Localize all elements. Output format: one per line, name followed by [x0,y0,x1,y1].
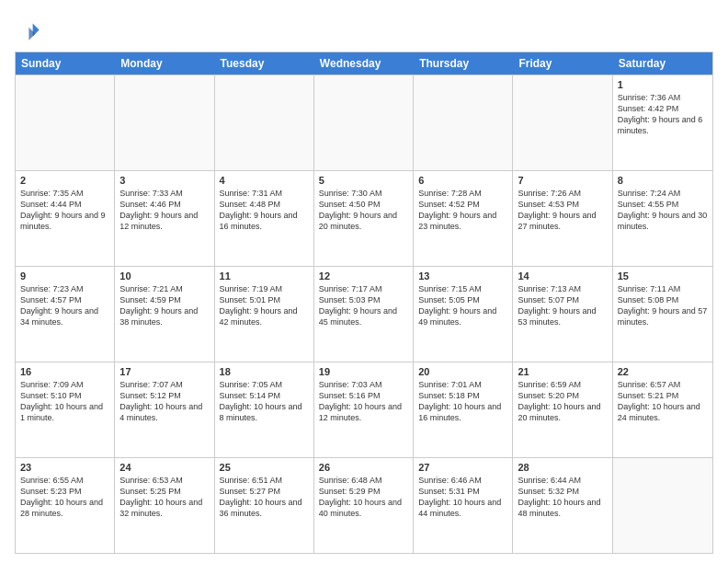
week-row-2: 2Sunrise: 7:35 AM Sunset: 4:44 PM Daylig… [16,170,712,266]
day-number: 21 [518,366,607,377]
day-info: Sunrise: 7:31 AM Sunset: 4:48 PM Dayligh… [220,188,309,233]
day-info: Sunrise: 7:09 AM Sunset: 5:10 PM Dayligh… [20,379,109,424]
header [15,15,713,44]
day-info: Sunrise: 7:26 AM Sunset: 4:53 PM Dayligh… [518,188,607,233]
day-header-thursday: Thursday [414,52,513,75]
day-header-monday: Monday [115,52,214,75]
day-info: Sunrise: 7:03 AM Sunset: 5:16 PM Dayligh… [319,379,408,424]
day-number: 20 [418,366,507,377]
empty-cell [16,75,115,170]
day-info: Sunrise: 7:21 AM Sunset: 4:59 PM Dayligh… [119,283,209,328]
day-number: 13 [418,270,507,282]
day-cell-5: 5Sunrise: 7:30 AM Sunset: 4:50 PM Daylig… [314,171,414,266]
day-number: 23 [20,462,109,473]
day-info: Sunrise: 7:05 AM Sunset: 5:14 PM Dayligh… [220,379,309,424]
day-cell-13: 13Sunrise: 7:15 AM Sunset: 5:05 PM Dayli… [414,267,513,362]
day-cell-17: 17Sunrise: 7:07 AM Sunset: 5:12 PM Dayli… [115,362,214,457]
day-info: Sunrise: 7:15 AM Sunset: 5:05 PM Dayligh… [418,283,507,328]
page: SundayMondayTuesdayWednesdayThursdayFrid… [0,0,728,563]
day-info: Sunrise: 7:11 AM Sunset: 5:08 PM Dayligh… [618,283,708,328]
day-cell-20: 20Sunrise: 7:01 AM Sunset: 5:18 PM Dayli… [414,362,513,457]
day-cell-18: 18Sunrise: 7:05 AM Sunset: 5:14 PM Dayli… [215,362,314,457]
day-cell-16: 16Sunrise: 7:09 AM Sunset: 5:10 PM Dayli… [16,362,115,457]
day-cell-28: 28Sunrise: 6:44 AM Sunset: 5:32 PM Dayli… [513,458,612,553]
empty-cell [215,75,314,170]
day-info: Sunrise: 6:46 AM Sunset: 5:31 PM Dayligh… [418,475,507,520]
empty-cell [115,75,214,170]
day-number: 1 [618,79,708,90]
empty-cell [613,458,712,553]
day-info: Sunrise: 7:33 AM Sunset: 4:46 PM Dayligh… [119,188,209,233]
day-info: Sunrise: 7:24 AM Sunset: 4:55 PM Dayligh… [618,188,708,233]
day-number: 25 [220,462,309,473]
day-info: Sunrise: 7:07 AM Sunset: 5:12 PM Dayligh… [119,379,209,424]
day-cell-24: 24Sunrise: 6:53 AM Sunset: 5:25 PM Dayli… [115,458,214,553]
day-info: Sunrise: 6:51 AM Sunset: 5:27 PM Dayligh… [220,475,309,520]
logo [15,18,44,44]
day-cell-14: 14Sunrise: 7:13 AM Sunset: 5:07 PM Dayli… [513,267,612,362]
day-number: 15 [618,270,708,282]
day-cell-9: 9Sunrise: 7:23 AM Sunset: 4:57 PM Daylig… [16,267,115,362]
day-info: Sunrise: 7:01 AM Sunset: 5:18 PM Dayligh… [418,379,507,424]
day-number: 3 [119,175,209,186]
day-number: 14 [518,270,607,282]
day-info: Sunrise: 7:28 AM Sunset: 4:52 PM Dayligh… [418,188,507,233]
day-number: 18 [220,366,309,377]
day-cell-15: 15Sunrise: 7:11 AM Sunset: 5:08 PM Dayli… [613,267,712,362]
day-info: Sunrise: 6:55 AM Sunset: 5:23 PM Dayligh… [20,475,109,520]
day-cell-22: 22Sunrise: 6:57 AM Sunset: 5:21 PM Dayli… [613,362,712,457]
day-number: 5 [319,175,408,186]
day-cell-25: 25Sunrise: 6:51 AM Sunset: 5:27 PM Dayli… [215,458,314,553]
day-info: Sunrise: 7:13 AM Sunset: 5:07 PM Dayligh… [518,283,607,328]
day-number: 16 [20,366,109,377]
day-cell-10: 10Sunrise: 7:21 AM Sunset: 4:59 PM Dayli… [115,267,214,362]
empty-cell [513,75,612,170]
day-header-friday: Friday [513,52,612,75]
empty-cell [414,75,513,170]
day-number: 2 [20,175,109,186]
day-info: Sunrise: 7:36 AM Sunset: 4:42 PM Dayligh… [618,92,708,137]
day-header-sunday: Sunday [16,52,115,75]
day-number: 10 [119,270,209,282]
day-cell-3: 3Sunrise: 7:33 AM Sunset: 4:46 PM Daylig… [115,171,214,266]
day-number: 27 [418,462,507,473]
day-cell-1: 1Sunrise: 7:36 AM Sunset: 4:42 PM Daylig… [613,75,712,170]
day-cell-23: 23Sunrise: 6:55 AM Sunset: 5:23 PM Dayli… [16,458,115,553]
day-cell-21: 21Sunrise: 6:59 AM Sunset: 5:20 PM Dayli… [513,362,612,457]
day-number: 8 [618,175,708,186]
calendar-body: 1Sunrise: 7:36 AM Sunset: 4:42 PM Daylig… [16,75,712,553]
logo-icon [15,18,40,44]
day-number: 7 [518,175,607,186]
day-info: Sunrise: 7:35 AM Sunset: 4:44 PM Dayligh… [20,188,109,233]
day-info: Sunrise: 6:48 AM Sunset: 5:29 PM Dayligh… [319,475,408,520]
day-cell-8: 8Sunrise: 7:24 AM Sunset: 4:55 PM Daylig… [613,171,712,266]
day-info: Sunrise: 7:23 AM Sunset: 4:57 PM Dayligh… [20,283,109,328]
day-number: 28 [518,462,607,473]
day-info: Sunrise: 6:53 AM Sunset: 5:25 PM Dayligh… [119,475,209,520]
day-number: 26 [319,462,408,473]
day-cell-4: 4Sunrise: 7:31 AM Sunset: 4:48 PM Daylig… [215,171,314,266]
day-info: Sunrise: 7:17 AM Sunset: 5:03 PM Dayligh… [319,283,408,328]
day-info: Sunrise: 6:44 AM Sunset: 5:32 PM Dayligh… [518,475,607,520]
week-row-4: 16Sunrise: 7:09 AM Sunset: 5:10 PM Dayli… [16,362,712,457]
day-number: 12 [319,270,408,282]
day-header-saturday: Saturday [613,52,712,75]
day-info: Sunrise: 7:30 AM Sunset: 4:50 PM Dayligh… [319,188,408,233]
day-header-tuesday: Tuesday [215,52,314,75]
day-number: 4 [220,175,309,186]
day-cell-12: 12Sunrise: 7:17 AM Sunset: 5:03 PM Dayli… [314,267,414,362]
calendar: SundayMondayTuesdayWednesdayThursdayFrid… [15,52,713,554]
day-number: 24 [119,462,209,473]
day-cell-27: 27Sunrise: 6:46 AM Sunset: 5:31 PM Dayli… [414,458,513,553]
day-cell-6: 6Sunrise: 7:28 AM Sunset: 4:52 PM Daylig… [414,171,513,266]
day-cell-7: 7Sunrise: 7:26 AM Sunset: 4:53 PM Daylig… [513,171,612,266]
week-row-3: 9Sunrise: 7:23 AM Sunset: 4:57 PM Daylig… [16,266,712,362]
week-row-1: 1Sunrise: 7:36 AM Sunset: 4:42 PM Daylig… [16,75,712,170]
day-cell-19: 19Sunrise: 7:03 AM Sunset: 5:16 PM Dayli… [314,362,414,457]
day-number: 6 [418,175,507,186]
day-number: 19 [319,366,408,377]
week-row-5: 23Sunrise: 6:55 AM Sunset: 5:23 PM Dayli… [16,457,712,553]
day-number: 11 [220,270,309,282]
day-cell-26: 26Sunrise: 6:48 AM Sunset: 5:29 PM Dayli… [314,458,414,553]
day-cell-11: 11Sunrise: 7:19 AM Sunset: 5:01 PM Dayli… [215,267,314,362]
